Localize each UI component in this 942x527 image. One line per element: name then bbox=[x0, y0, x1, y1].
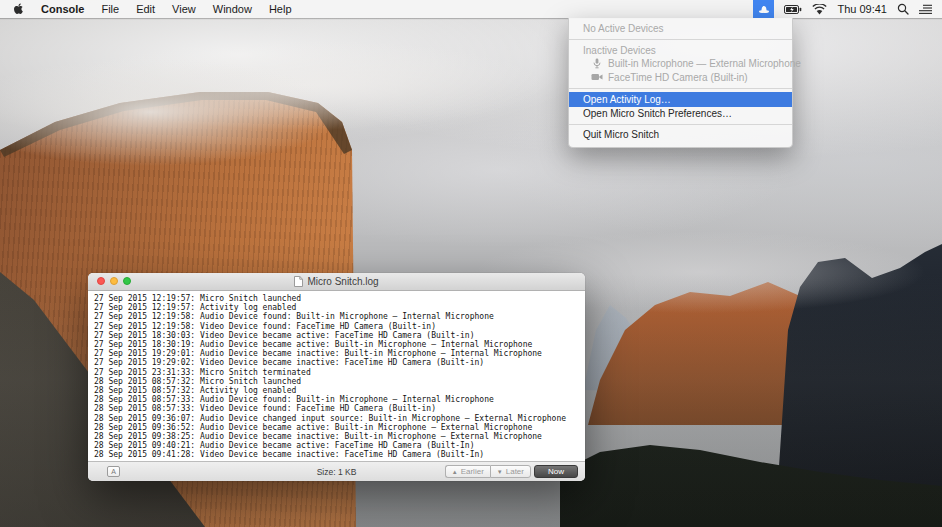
later-button-label: Later bbox=[506, 467, 524, 476]
log-line: 27 Sep 2015 19:29:01: Audio Device becam… bbox=[94, 349, 585, 358]
apple-icon bbox=[13, 3, 24, 16]
close-button[interactable] bbox=[97, 277, 105, 285]
microphone-icon bbox=[591, 58, 603, 69]
log-line: 28 Sep 2015 08:57:33: Video Device found… bbox=[94, 404, 585, 413]
window-title-bar[interactable]: Micro Snitch.log bbox=[88, 273, 585, 291]
wifi-icon bbox=[812, 4, 827, 15]
menu-separator bbox=[569, 88, 792, 89]
app-menu-console[interactable]: Console bbox=[41, 0, 84, 18]
wifi-status[interactable] bbox=[812, 0, 827, 18]
spotlight-search-icon bbox=[897, 3, 909, 15]
minimize-button[interactable] bbox=[110, 277, 118, 285]
window-status-bar: A Size: 1 KB ▲ Earlier ▼ Later Now bbox=[88, 461, 585, 481]
menu-bar: Console File Edit View Window Help Thu 0… bbox=[0, 0, 942, 18]
micro-snitch-menu: No Active Devices Inactive Devices Built… bbox=[568, 18, 793, 148]
log-line: 28 Sep 2015 08:57:32: Micro Snitch launc… bbox=[94, 377, 585, 386]
log-line: 27 Sep 2015 12:19:58: Audio Device found… bbox=[94, 312, 585, 321]
menu-window[interactable]: Window bbox=[213, 0, 252, 18]
log-navigation: ▲ Earlier ▼ Later Now bbox=[445, 465, 578, 478]
window-title-text: Micro Snitch.log bbox=[307, 276, 378, 287]
menu-item-facetime-camera: FaceTime HD Camera (Built-in) bbox=[569, 71, 792, 85]
window-title: Micro Snitch.log bbox=[294, 276, 378, 287]
micro-snitch-menu-extra[interactable] bbox=[753, 0, 774, 18]
log-line: 28 Sep 2015 09:36:07: Audio Device chang… bbox=[94, 414, 585, 423]
earlier-button[interactable]: ▲ Earlier bbox=[445, 465, 490, 478]
now-button[interactable]: Now bbox=[534, 465, 578, 478]
log-line: 28 Sep 2015 09:38:25: Audio Device becam… bbox=[94, 432, 585, 441]
menu-file[interactable]: File bbox=[101, 0, 119, 18]
notification-center-icon bbox=[919, 4, 932, 15]
menu-item-quit-micro-snitch[interactable]: Quit Micro Snitch bbox=[569, 128, 792, 142]
file-size-label: Size: 1 KB bbox=[317, 467, 357, 477]
document-icon bbox=[294, 276, 303, 287]
menu-separator bbox=[569, 39, 792, 40]
zoom-button[interactable] bbox=[123, 277, 131, 285]
menu-separator bbox=[569, 124, 792, 125]
window-controls bbox=[97, 277, 131, 285]
console-window: Micro Snitch.log 27 Sep 2015 12:19:57: M… bbox=[88, 273, 585, 481]
log-line: 28 Sep 2015 09:40:21: Audio Device becam… bbox=[94, 441, 585, 450]
menu-item-open-preferences[interactable]: Open Micro Snitch Preferences… bbox=[569, 107, 792, 121]
menu-bar-left: Console File Edit View Window Help bbox=[0, 0, 292, 18]
spotlight[interactable] bbox=[897, 0, 909, 18]
log-line: 27 Sep 2015 18:30:19: Audio Device becam… bbox=[94, 340, 585, 349]
log-line: 27 Sep 2015 23:31:33: Micro Snitch termi… bbox=[94, 368, 585, 377]
menu-view[interactable]: View bbox=[172, 0, 196, 18]
log-line: 27 Sep 2015 12:19:57: Micro Snitch launc… bbox=[94, 294, 585, 303]
log-line: 27 Sep 2015 12:19:57: Activity log enabl… bbox=[94, 303, 585, 312]
battery-status[interactable] bbox=[784, 0, 802, 18]
battery-icon bbox=[784, 5, 802, 14]
menu-item-builtin-microphone: Built-in Microphone — External Microphon… bbox=[569, 57, 792, 71]
menu-help[interactable]: Help bbox=[269, 0, 292, 18]
notification-center[interactable] bbox=[919, 0, 932, 18]
text-encoding-button[interactable]: A bbox=[107, 466, 120, 477]
log-line: 28 Sep 2015 08:57:32: Activity log enabl… bbox=[94, 386, 585, 395]
log-view[interactable]: 27 Sep 2015 12:19:57: Micro Snitch launc… bbox=[88, 291, 585, 461]
log-line: 28 Sep 2015 09:36:52: Audio Device becam… bbox=[94, 423, 585, 432]
menu-item-no-active-devices: No Active Devices bbox=[569, 22, 792, 36]
later-button[interactable]: ▼ Later bbox=[490, 465, 531, 478]
video-camera-icon bbox=[591, 73, 603, 81]
log-line: 28 Sep 2015 08:57:33: Audio Device found… bbox=[94, 395, 585, 404]
menu-item-label: FaceTime HD Camera (Built-in) bbox=[608, 72, 748, 83]
log-line: 28 Sep 2015 09:41:28: Video Device becam… bbox=[94, 450, 585, 459]
log-line: 27 Sep 2015 19:29:02: Video Device becam… bbox=[94, 358, 585, 367]
menu-bar-clock[interactable]: Thu 09:41 bbox=[837, 0, 887, 18]
log-line: 27 Sep 2015 18:30:03: Video Device becam… bbox=[94, 331, 585, 340]
menu-item-open-activity-log[interactable]: Open Activity Log… bbox=[569, 92, 792, 107]
up-arrow-icon: ▲ bbox=[452, 469, 458, 475]
menu-item-inactive-devices: Inactive Devices bbox=[569, 44, 792, 58]
menu-bar-status-area: Thu 09:41 bbox=[753, 0, 942, 18]
menu-edit[interactable]: Edit bbox=[136, 0, 155, 18]
micro-snitch-icon bbox=[758, 3, 770, 15]
apple-menu[interactable] bbox=[13, 0, 24, 18]
log-line: 27 Sep 2015 12:19:58: Video Device found… bbox=[94, 322, 585, 331]
down-arrow-icon: ▼ bbox=[497, 469, 503, 475]
menu-item-label: Built-in Microphone — External Microphon… bbox=[608, 58, 801, 69]
earlier-button-label: Earlier bbox=[461, 467, 484, 476]
